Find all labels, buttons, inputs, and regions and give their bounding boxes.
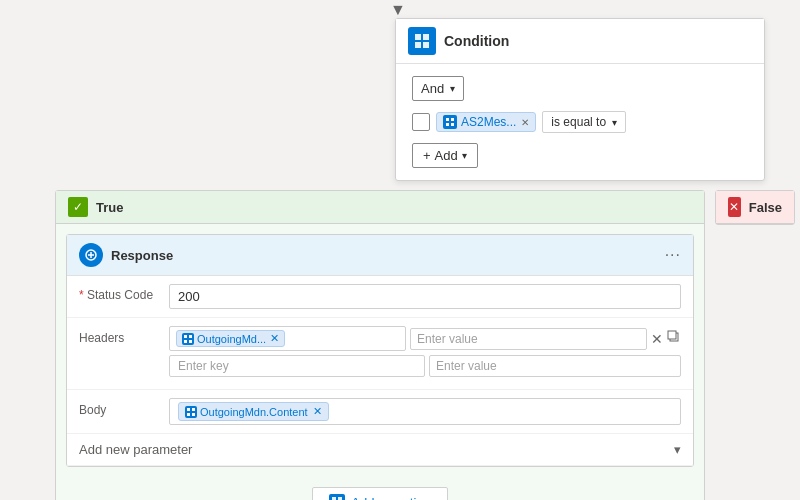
true-check-icon: ✓ (68, 197, 88, 217)
false-x-icon: ✕ (728, 197, 741, 217)
svg-rect-16 (668, 331, 676, 339)
add-action-container: Add an action (56, 477, 704, 500)
body-pill-label: OutgoingMdn.Content (200, 406, 308, 418)
add-button[interactable]: + Add ▾ (412, 143, 478, 168)
svg-rect-18 (192, 408, 195, 411)
header-row-1: OutgoingMd... ✕ Enter value ✕ (169, 326, 681, 351)
svg-rect-2 (415, 42, 421, 48)
svg-rect-12 (189, 335, 192, 338)
svg-rect-14 (189, 340, 192, 343)
status-code-input[interactable] (169, 284, 681, 309)
condition-pill[interactable]: AS2Mes... ✕ (436, 112, 536, 132)
is-equal-chevron-icon: ▾ (612, 117, 617, 128)
body-pill-close[interactable]: ✕ (313, 405, 322, 418)
condition-icon (408, 27, 436, 55)
svg-rect-3 (423, 42, 429, 48)
svg-rect-19 (187, 413, 190, 416)
headers-row: Headers (67, 318, 693, 390)
svg-rect-6 (446, 123, 449, 126)
svg-rect-0 (415, 34, 421, 40)
status-code-row: * Status Code (67, 276, 693, 318)
condition-checkbox[interactable] (412, 113, 430, 131)
enter-key-input[interactable]: Enter key (169, 355, 425, 377)
plus-icon: + (423, 148, 431, 163)
true-panel: ✓ True Response ··· (55, 190, 705, 500)
header-value-area[interactable]: Enter value (410, 328, 647, 350)
body-label: Body (79, 398, 169, 417)
response-more-button[interactable]: ··· (665, 246, 681, 264)
svg-rect-17 (187, 408, 190, 411)
header-pill-icon (182, 333, 194, 345)
svg-rect-20 (192, 413, 195, 416)
response-card: Response ··· * Status Code Headers (66, 234, 694, 467)
svg-rect-11 (184, 335, 187, 338)
svg-rect-13 (184, 340, 187, 343)
header-pill-label: OutgoingMd... (197, 333, 266, 345)
is-equal-to-dropdown[interactable]: is equal to ▾ (542, 111, 626, 133)
add-action-button[interactable]: Add an action (312, 487, 448, 500)
add-param-label: Add new parameter (79, 442, 674, 457)
header-value-2-area[interactable]: Enter value (429, 355, 681, 377)
condition-row: AS2Mes... ✕ is equal to ▾ (412, 111, 748, 133)
response-body: * Status Code Headers (67, 276, 693, 466)
status-code-label: * Status Code (79, 284, 169, 302)
response-title: Response (111, 248, 665, 263)
response-header: Response ··· (67, 235, 693, 276)
add-action-icon (329, 494, 345, 500)
header-pill-close[interactable]: ✕ (270, 332, 279, 345)
add-param-row[interactable]: Add new parameter ▾ (67, 434, 693, 466)
condition-header: Condition (396, 19, 764, 64)
and-dropdown[interactable]: And ▾ (412, 76, 464, 101)
header-delete-button[interactable]: ✕ (651, 331, 663, 347)
header-key-area[interactable]: OutgoingMd... ✕ (169, 326, 406, 351)
headers-label: Headers (79, 326, 169, 345)
false-panel: ✕ False (715, 190, 795, 225)
and-chevron-icon: ▾ (450, 83, 455, 94)
false-header: ✕ False (716, 191, 794, 224)
body-pill-area[interactable]: OutgoingMdn.Content ✕ (169, 398, 681, 425)
svg-rect-4 (446, 118, 449, 121)
condition-body: And ▾ AS2Mes... ✕ (396, 64, 764, 180)
header-copy-button[interactable] (667, 330, 681, 347)
pill-grid-icon (443, 115, 457, 129)
headers-content: OutgoingMd... ✕ Enter value ✕ (169, 326, 681, 381)
add-param-chevron-icon[interactable]: ▾ (674, 442, 681, 457)
false-label: False (749, 200, 782, 215)
canvas: ▼ Condition And ▾ (0, 0, 800, 500)
add-action-label: Add an action (351, 495, 431, 501)
add-chevron-icon: ▾ (462, 150, 467, 161)
response-icon (79, 243, 103, 267)
svg-rect-5 (451, 118, 454, 121)
pill-close-button[interactable]: ✕ (521, 117, 529, 128)
true-header: ✓ True (56, 191, 704, 224)
svg-rect-7 (451, 123, 454, 126)
body-pill-icon (185, 406, 197, 418)
true-label: True (96, 200, 123, 215)
svg-rect-1 (423, 34, 429, 40)
body-row: Body OutgoingMdn.Conte (67, 390, 693, 434)
condition-title: Condition (444, 33, 509, 49)
header-row-2: Enter key Enter value (169, 355, 681, 377)
condition-block: Condition And ▾ (395, 18, 765, 181)
top-down-arrow: ▼ (386, 0, 410, 20)
